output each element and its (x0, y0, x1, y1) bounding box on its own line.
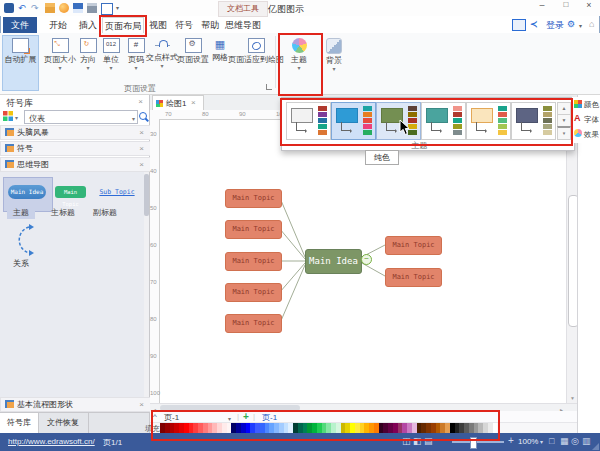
tab-insert[interactable]: 插入 (75, 17, 101, 33)
tab-help[interactable]: 帮助 (197, 17, 223, 33)
panel-scrollbar[interactable] (144, 172, 149, 397)
shape-label-subtitle[interactable]: 副标题 (90, 207, 120, 218)
edraw-ball-icon[interactable] (59, 3, 69, 13)
table-view-icon[interactable]: ▥ (582, 436, 591, 446)
ribbon-button-page-size[interactable]: ⤡ 页面大小 ▾ (42, 35, 78, 91)
symbol-search-input[interactable]: 仪表 ▾ (24, 110, 138, 124)
mindmap-topic-node[interactable]: Main Topic (225, 252, 282, 271)
print-icon[interactable] (87, 3, 97, 13)
fit-window-icon[interactable]: □ (549, 436, 554, 446)
qat-more-icon[interactable]: ▾ (116, 3, 126, 13)
resize-grip[interactable] (592, 443, 599, 450)
mindmap-center-node[interactable]: Main Idea (305, 249, 362, 274)
export-image-icon[interactable] (512, 19, 526, 31)
theme-thumbnail[interactable] (286, 102, 331, 140)
tab-file[interactable]: 文件 (3, 17, 37, 33)
section-close-icon[interactable]: × (139, 158, 144, 171)
section-close-icon[interactable]: × (139, 398, 144, 411)
panel-tab-file-recovery[interactable]: 文件恢复 (38, 413, 89, 434)
section-mindmap[interactable]: 思维导图 × (0, 157, 151, 172)
search-icon[interactable] (139, 112, 147, 120)
separator: | (253, 412, 255, 421)
pages-grid-icon[interactable]: ▦ (560, 436, 569, 446)
library-caret-icon[interactable]: ▾ (15, 113, 18, 123)
save-icon[interactable] (73, 3, 83, 13)
redo-icon[interactable]: ↷ (31, 3, 41, 13)
mindmap-topic-node[interactable]: Main Topic (225, 314, 282, 333)
tab-view[interactable]: 视图 (145, 17, 171, 33)
theme-thumbnail[interactable] (421, 102, 466, 140)
panel-scrollbar-thumb[interactable] (144, 174, 149, 216)
pagebar-collapse-icon[interactable]: ^ (153, 412, 157, 421)
loupe-icon[interactable]: ◎ (571, 436, 579, 446)
undo-icon[interactable]: ↶ (18, 3, 28, 13)
theme-thumbnail[interactable] (511, 102, 556, 140)
shape-sub-topic[interactable]: Sub Topic (98, 188, 136, 196)
close-button[interactable]: × (579, 0, 599, 16)
ribbon-button-background[interactable]: 背景 ▾ (319, 35, 349, 91)
section-symbols[interactable]: 符号 × (0, 141, 151, 156)
canvas-tab-close-icon[interactable]: × (191, 98, 196, 107)
zoom-caret-icon[interactable]: ▾ (540, 438, 543, 445)
shape-relation-symbol[interactable] (10, 222, 36, 260)
section-label: 符号 (17, 144, 33, 153)
mindmap-topic-node[interactable]: Main Topic (385, 268, 442, 287)
mindmap-topic-node[interactable]: Main Topic (225, 283, 282, 302)
theme-colors-label[interactable]: 颜色 (584, 100, 599, 110)
section-brainstorm[interactable]: 头脑风暴 × (0, 125, 151, 140)
panel-close-icon[interactable]: × (138, 97, 143, 106)
panel-tab-library[interactable]: 符号库 (0, 413, 39, 434)
canvas-tab-drawing1[interactable]: 绘图1 × (152, 95, 204, 111)
library-grid-icon[interactable] (3, 111, 13, 121)
open-icon[interactable] (45, 3, 55, 13)
tab-home[interactable]: 开始 (45, 17, 71, 33)
zoom-in-button[interactable]: + (508, 435, 514, 446)
tab-mindmap[interactable]: 思维导图 (223, 17, 263, 33)
zoom-level[interactable]: 100% (518, 437, 538, 446)
share-icon[interactable]: ≺ (530, 19, 538, 29)
ribbon-button-theme[interactable]: 主题 ▾ (280, 35, 318, 91)
maximize-button[interactable]: □ (555, 0, 577, 16)
edrawsoft-link[interactable]: http://www.edrawsoft.cn/ (8, 437, 95, 446)
zoom-slider-handle[interactable] (470, 437, 477, 449)
view-outline-icon[interactable]: ▤ (424, 436, 433, 446)
mindmap-topic-node[interactable]: Main Topic (225, 220, 282, 239)
shape-label-theme[interactable]: 主题 (7, 206, 35, 219)
zoom-out-button[interactable]: − (441, 435, 447, 446)
shape-main-idea[interactable]: Main Idea (8, 185, 46, 199)
tab-symbols[interactable]: 符号 (171, 17, 197, 33)
zoom-slider-track[interactable] (452, 441, 504, 443)
theme-effects-icon[interactable] (574, 129, 582, 137)
ribbon-group-label: 页面设置 (90, 83, 190, 94)
shape-label-main-title[interactable]: 主标题 (48, 207, 78, 218)
section-close-icon[interactable]: × (139, 126, 144, 139)
dialog-launcher-icon[interactable] (266, 84, 272, 90)
snapshot-icon[interactable] (101, 3, 113, 15)
login-link[interactable]: 登录 (546, 19, 564, 32)
add-page-button[interactable]: + (243, 411, 249, 422)
collapse-branch-icon[interactable]: − (361, 254, 372, 265)
shape-main-topic[interactable]: Main Topic (55, 186, 86, 198)
theme-thumbnail[interactable] (466, 102, 511, 140)
settings-caret-icon[interactable]: ▾ (579, 21, 582, 31)
mindmap-topic-node[interactable]: Main Topic (225, 189, 282, 208)
search-caret-icon[interactable]: ▾ (132, 114, 135, 124)
app-logo-icon[interactable] (4, 3, 14, 13)
ribbon-collapse-icon[interactable]: ⌂ (589, 19, 594, 29)
section-close-icon[interactable]: × (139, 142, 144, 155)
theme-fonts-label[interactable]: 字体 (584, 115, 599, 125)
palette-swatch[interactable] (493, 423, 498, 433)
ribbon-button-auto-expand[interactable]: 自动扩展 (2, 35, 39, 91)
minimize-button[interactable]: – (531, 0, 553, 16)
theme-colors-icon[interactable] (574, 100, 582, 108)
theme-fonts-icon[interactable]: A (574, 113, 581, 123)
view-split-icon[interactable]: ◧ (413, 436, 422, 446)
section-basic-flowchart[interactable]: 基本流程图形状 × (0, 397, 151, 412)
theme-thumbnail[interactable] (331, 102, 376, 140)
view-normal-icon[interactable]: ◫ (402, 436, 411, 446)
settings-gear-icon[interactable]: ⚙ (567, 19, 575, 29)
tab-page-layout[interactable]: 页面布局 (102, 17, 144, 34)
gallery-expand-icon[interactable]: ▾ (557, 126, 571, 140)
mindmap-topic-node[interactable]: Main Topic (385, 236, 442, 255)
theme-effects-label[interactable]: 效果 (584, 130, 599, 140)
